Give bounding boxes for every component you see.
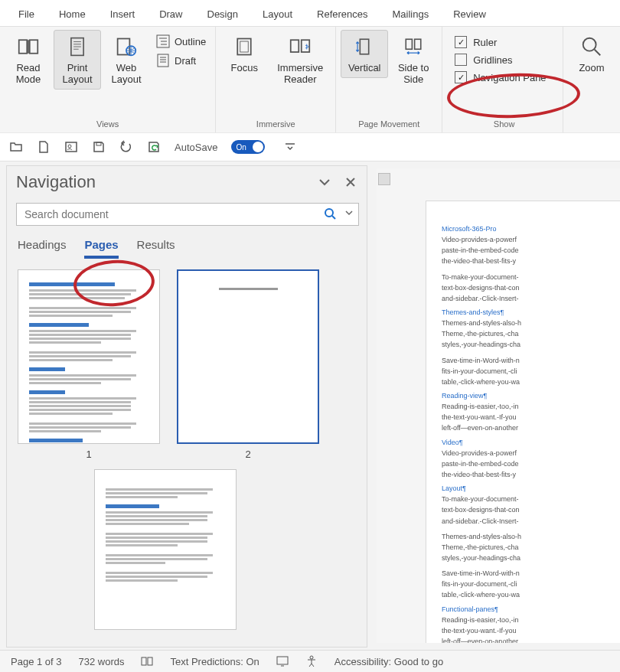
page-layout-icon	[64, 34, 90, 60]
svg-rect-35	[277, 657, 288, 664]
print-layout-button[interactable]: Print Layout	[54, 30, 101, 90]
doc-heading: Video¶	[442, 438, 620, 447]
navigation-pane-label: Navigation Pane	[473, 72, 546, 83]
doc-text: the-text-you-want.-If-you	[442, 626, 620, 635]
doc-text: paste-in-the-embed-code	[442, 459, 620, 468]
nav-tab-headings[interactable]: Headings	[18, 238, 66, 259]
immersive-reader-button[interactable]: Immersive Reader	[269, 30, 331, 90]
autosave-toggle[interactable]: On	[231, 140, 265, 154]
search-dropdown-icon[interactable]	[345, 209, 353, 217]
status-page[interactable]: Page 1 of 3	[11, 656, 62, 667]
doc-text: fits-in-your-document,-cli	[442, 367, 620, 376]
tab-review[interactable]: Review	[441, 4, 498, 26]
focus-button[interactable]: Focus	[220, 30, 268, 78]
search-icon[interactable]	[324, 207, 336, 220]
tab-file[interactable]: File	[6, 4, 47, 26]
svg-point-37	[310, 656, 313, 659]
tab-mailings[interactable]: Mailings	[380, 4, 442, 26]
navigation-title: Navigation	[16, 172, 96, 192]
zoom-button[interactable]: Zoom	[568, 30, 615, 78]
doc-text: Themes-and-styles-also-h	[442, 532, 620, 541]
tab-insert[interactable]: Insert	[98, 4, 148, 26]
save-icon[interactable]	[92, 140, 106, 154]
nav-tab-results[interactable]: Results	[137, 238, 175, 259]
navigation-tabs: Headings Pages Results	[7, 230, 367, 259]
svg-rect-33	[142, 657, 146, 665]
doc-text: the-video-that-best-fits-y	[442, 256, 620, 266]
thumbnail-page-1[interactable]: 1	[18, 269, 160, 460]
open-folder-icon[interactable]	[9, 140, 23, 154]
doc-text: table,-click-where-you-wa	[442, 377, 620, 387]
vertical-button[interactable]: Vertical	[341, 30, 388, 78]
new-document-icon[interactable]	[37, 140, 51, 154]
doc-heading: Themes-and-styles¶	[442, 308, 620, 317]
search-input[interactable]	[16, 203, 359, 226]
svg-rect-34	[148, 657, 152, 665]
doc-text: Save-time-in-Word-with-n	[442, 356, 620, 365]
tab-references[interactable]: References	[305, 4, 380, 26]
book-status-icon[interactable]	[141, 655, 153, 667]
zoom-label: Zoom	[579, 63, 604, 74]
web-layout-label: Web Layout	[105, 63, 148, 86]
tab-layout[interactable]: Layout	[250, 4, 305, 26]
navigation-pane: Navigation Headings Pages Results	[6, 165, 367, 648]
status-words[interactable]: 732 words	[79, 656, 125, 667]
side-to-side-icon	[400, 34, 426, 60]
doc-text: the-text-you-want.-If-you	[442, 413, 620, 422]
doc-text: the-video-that-best-fits-y	[442, 470, 620, 479]
nav-tab-pages[interactable]: Pages	[84, 238, 118, 259]
status-text-predictions[interactable]: Text Predictions: On	[170, 656, 259, 667]
immersive-reader-label: Immersive Reader	[272, 63, 328, 86]
document-page[interactable]: Microsoft-365-Pro Video-provides-a-power…	[426, 201, 620, 643]
doc-heading: Reading-view¶	[442, 391, 620, 400]
quick-access-toolbar: AutoSave On	[0, 133, 620, 161]
group-views-label: Views	[96, 118, 119, 131]
side-to-side-button[interactable]: Side to Side	[390, 30, 437, 90]
navigation-pane-checkbox[interactable]: ✓Navigation Pane	[450, 70, 550, 85]
doc-text: Save-time-in-Word-with-n	[442, 569, 620, 578]
thumbnail-page-3[interactable]	[94, 469, 237, 630]
collapse-icon[interactable]	[318, 177, 331, 188]
contact-card-icon[interactable]	[64, 140, 78, 154]
gridlines-label: Gridlines	[473, 54, 512, 66]
qat-overflow-icon[interactable]	[283, 140, 297, 154]
gridlines-checkbox[interactable]: Gridlines	[450, 52, 550, 67]
ruler-checkbox[interactable]: ✓Ruler	[450, 34, 550, 50]
ruler-tab-marker[interactable]	[378, 173, 390, 185]
doc-text: Reading-is-easier,-too,-in	[442, 402, 620, 411]
outline-button[interactable]: Outline	[152, 33, 210, 50]
vertical-label: Vertical	[348, 63, 381, 74]
svg-rect-20	[291, 40, 299, 52]
menu-tabs: File Home Insert Draw Design Layout Refe…	[0, 0, 620, 27]
svg-line-26	[595, 50, 601, 56]
side-to-side-label: Side to Side	[392, 63, 435, 86]
book-open-icon	[15, 34, 41, 60]
doc-text: Theme,-the-pictures,-cha	[442, 329, 620, 338]
display-settings-icon[interactable]	[276, 655, 289, 667]
doc-text: styles,-your-headings-cha	[442, 553, 620, 563]
tab-draw[interactable]: Draw	[147, 4, 194, 26]
globe-page-icon	[113, 34, 139, 60]
magnifier-icon	[579, 34, 605, 60]
doc-text: text-box-designs-that-con	[442, 283, 620, 292]
web-layout-button[interactable]: Web Layout	[103, 30, 150, 90]
save-refresh-icon[interactable]	[147, 140, 161, 154]
tab-home[interactable]: Home	[47, 4, 98, 26]
autosave-label: AutoSave	[175, 142, 217, 153]
read-mode-label: Read Mode	[7, 63, 50, 86]
doc-text: styles,-your-headings-cha	[442, 340, 620, 349]
thumbnail-page-2[interactable]: 2	[177, 269, 319, 460]
draft-button[interactable]: Draft	[152, 52, 210, 69]
undo-icon[interactable]	[119, 140, 133, 154]
accessibility-icon[interactable]	[305, 655, 318, 667]
status-accessibility[interactable]: Accessibility: Good to go	[334, 656, 443, 667]
read-mode-button[interactable]: Read Mode	[5, 30, 52, 90]
focus-icon	[231, 34, 257, 60]
tab-design[interactable]: Design	[195, 4, 250, 26]
close-icon[interactable]	[345, 177, 356, 188]
svg-rect-14	[158, 54, 168, 67]
group-zoom: Zoom	[563, 27, 620, 132]
doc-text: table,-click-where-you-wa	[442, 590, 620, 599]
document-area[interactable]: Microsoft-365-Pro Video-provides-a-power…	[377, 168, 620, 643]
page-number-2: 2	[245, 449, 250, 460]
